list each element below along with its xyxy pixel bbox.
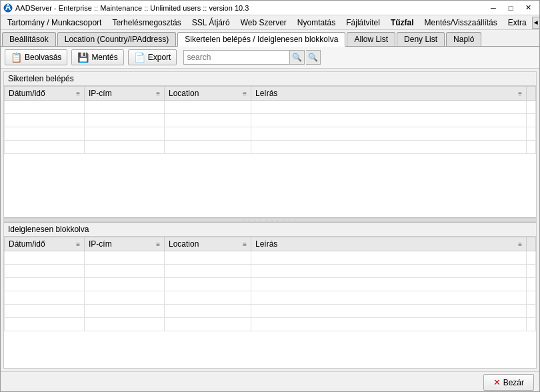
cell bbox=[5, 251, 85, 265]
search-wrapper: 🔍 🔍 bbox=[183, 50, 321, 65]
cell bbox=[251, 318, 527, 331]
cell bbox=[5, 305, 85, 318]
top-section-header: Sikertelen belépés bbox=[4, 72, 536, 86]
table-row bbox=[5, 251, 536, 265]
cell bbox=[5, 265, 85, 278]
cell bbox=[251, 127, 527, 141]
search-submit-button[interactable]: 🔍 bbox=[290, 50, 305, 65]
menu-extra[interactable]: Extra bbox=[503, 15, 532, 29]
sort-icon-location-1: ≡ bbox=[243, 90, 247, 97]
menu-mentes[interactable]: Mentés/Visszaállítás bbox=[419, 15, 503, 29]
bottom-section-header: Ideiglenesen blokkolva bbox=[4, 223, 536, 237]
cell bbox=[251, 291, 527, 305]
cell bbox=[5, 114, 85, 127]
bottom-table-body bbox=[5, 251, 536, 331]
app-icon: A bbox=[3, 3, 13, 13]
cell bbox=[85, 305, 165, 318]
menu-nyomtatas[interactable]: Nyomtatás bbox=[292, 15, 341, 29]
minimize-button[interactable]: ─ bbox=[485, 1, 502, 15]
tab-location[interactable]: Location (Country/IPAddress) bbox=[57, 32, 177, 46]
close-window-button[interactable]: ✕ bbox=[519, 1, 537, 15]
tab-allowlist[interactable]: Allow List bbox=[347, 32, 395, 46]
sort-icon-datum-1: ≡ bbox=[76, 90, 80, 97]
col-extra-1 bbox=[527, 87, 536, 101]
bottom-section: Ideiglenesen blokkolva Dátum/idő ≡ bbox=[4, 223, 536, 368]
cell bbox=[165, 265, 251, 278]
col-datum-1[interactable]: Dátum/idő ≡ bbox=[5, 87, 85, 101]
save-label: Mentés bbox=[91, 53, 117, 62]
cell bbox=[251, 305, 527, 318]
tab-naplo[interactable]: Napló bbox=[446, 32, 481, 46]
tab-row: Beállítások Location (Country/IPAddress)… bbox=[1, 30, 539, 47]
top-table-head: Dátum/idő ≡ IP-cím ≡ bbox=[5, 87, 536, 101]
cell bbox=[165, 318, 251, 331]
nav-left-button[interactable]: ◄ bbox=[532, 17, 540, 29]
content-area: Sikertelen belépés Dátum/idő ≡ bbox=[3, 71, 537, 369]
col-ip-1[interactable]: IP-cím ≡ bbox=[85, 87, 165, 101]
save-button[interactable]: 💾 Mentés bbox=[71, 49, 123, 65]
export-icon: 📄 bbox=[134, 52, 145, 63]
menu-web[interactable]: Web Szerver bbox=[235, 15, 292, 29]
cell bbox=[5, 318, 85, 331]
table-row bbox=[5, 278, 536, 291]
col-location-1[interactable]: Location ≡ bbox=[165, 87, 251, 101]
top-table: Dátum/idő ≡ IP-cím ≡ bbox=[4, 86, 536, 154]
cell bbox=[5, 278, 85, 291]
cell bbox=[527, 265, 536, 278]
cell bbox=[251, 265, 527, 278]
menu-tartomany[interactable]: Tartomány / Munkacsoport bbox=[2, 15, 107, 29]
cell bbox=[251, 114, 527, 127]
tab-sikertelen[interactable]: Sikertelen belépés / Ideiglenesen blokko… bbox=[177, 32, 345, 47]
main-area: Sikertelen belépés Dátum/idő ≡ bbox=[1, 69, 539, 371]
cell bbox=[85, 101, 165, 114]
menu-tuzfal[interactable]: Tűzfal bbox=[385, 15, 419, 29]
save-icon: 💾 bbox=[77, 52, 89, 63]
cell bbox=[251, 251, 527, 265]
cell bbox=[165, 114, 251, 127]
horizontal-divider[interactable]: · · · · · · · · · · bbox=[4, 217, 536, 223]
cell bbox=[527, 278, 536, 291]
toolbar: 📋 Beolvasás 💾 Mentés 📄 Export 🔍 🔍 bbox=[1, 47, 539, 69]
tab-beallitasok[interactable]: Beállítások bbox=[2, 32, 56, 46]
menu-ssl[interactable]: SSL Átjáró bbox=[187, 15, 235, 29]
cell bbox=[85, 278, 165, 291]
cell bbox=[165, 141, 251, 154]
menu-bar: Tartomány / Munkacsoport Terhelésmegoszt… bbox=[1, 15, 539, 30]
bottom-table-header-row: Dátum/idő ≡ IP-cím ≡ bbox=[5, 237, 536, 251]
top-table-body bbox=[5, 101, 536, 154]
col-ip-2[interactable]: IP-cím ≡ bbox=[85, 237, 165, 251]
cell bbox=[527, 114, 536, 127]
col-leiras-1[interactable]: Leírás ≡ bbox=[251, 87, 527, 101]
cell bbox=[5, 141, 85, 154]
cell bbox=[165, 291, 251, 305]
menu-terheles[interactable]: Terhelésmegosztás bbox=[107, 15, 186, 29]
cell bbox=[5, 101, 85, 114]
search-clear-button[interactable]: 🔍 bbox=[306, 50, 321, 65]
cell bbox=[251, 278, 527, 291]
sort-icon-leiras-1: ≡ bbox=[518, 90, 522, 97]
col-leiras-2[interactable]: Leírás ≡ bbox=[251, 237, 527, 251]
export-button[interactable]: 📄 Export bbox=[128, 49, 177, 65]
col-datum-2[interactable]: Dátum/idő ≡ bbox=[5, 237, 85, 251]
search-input[interactable] bbox=[183, 50, 290, 65]
sort-icon-location-2: ≡ bbox=[243, 241, 247, 248]
table-row bbox=[5, 141, 536, 154]
cell bbox=[85, 141, 165, 154]
table-row bbox=[5, 265, 536, 278]
cell bbox=[251, 141, 527, 154]
col-extra-2 bbox=[527, 237, 536, 251]
bottom-bar: ✕ Bezár bbox=[1, 371, 539, 392]
cell bbox=[5, 127, 85, 141]
menu-fajlat[interactable]: Fájlátvitel bbox=[341, 15, 385, 29]
cell bbox=[85, 291, 165, 305]
tab-denylist[interactable]: Deny List bbox=[397, 32, 445, 46]
maximize-button[interactable]: □ bbox=[502, 1, 519, 15]
cell bbox=[85, 265, 165, 278]
cell bbox=[527, 291, 536, 305]
top-table-header-row: Dátum/idő ≡ IP-cím ≡ bbox=[5, 87, 536, 101]
read-button[interactable]: 📋 Beolvasás bbox=[5, 49, 67, 65]
col-location-2[interactable]: Location ≡ bbox=[165, 237, 251, 251]
table-row bbox=[5, 101, 536, 114]
close-button[interactable]: ✕ Bezár bbox=[483, 374, 534, 391]
cell bbox=[5, 291, 85, 305]
